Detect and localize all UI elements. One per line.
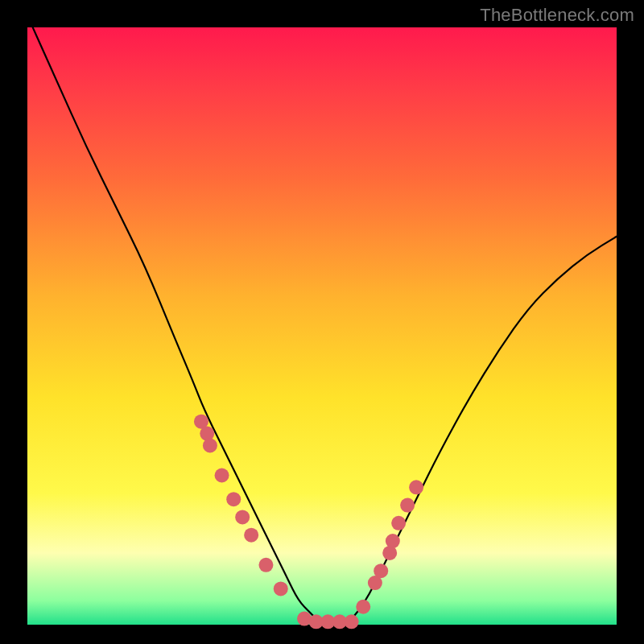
data-marker bbox=[226, 492, 241, 506]
data-marker bbox=[400, 498, 415, 513]
data-marker bbox=[356, 600, 370, 614]
data-marker bbox=[345, 614, 359, 629]
chart-frame: TheBottleneck.com bbox=[0, 0, 644, 644]
data-marker bbox=[235, 510, 250, 524]
data-marker bbox=[244, 528, 258, 543]
data-marker bbox=[374, 564, 388, 578]
data-marker bbox=[274, 581, 288, 596]
data-marker bbox=[391, 516, 406, 530]
plot-area bbox=[27, 27, 617, 625]
data-marker bbox=[409, 480, 423, 494]
watermark-text: TheBottleneck.com bbox=[480, 5, 634, 26]
data-marker bbox=[386, 534, 400, 548]
data-marker bbox=[203, 438, 217, 452]
data-markers bbox=[194, 415, 423, 630]
curve-layer bbox=[27, 27, 617, 625]
data-marker bbox=[215, 469, 229, 483]
bottleneck-curve bbox=[27, 15, 617, 625]
data-marker bbox=[258, 558, 273, 572]
